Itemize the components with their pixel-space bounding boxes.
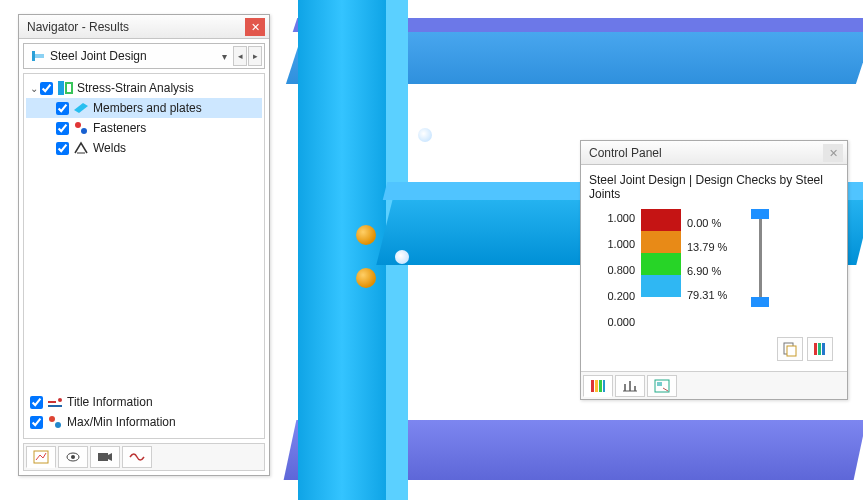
tab-results[interactable] <box>26 446 56 468</box>
legend: 1.000 1.000 0.800 0.200 0.000 0.00 % 13.… <box>589 209 839 331</box>
plate-icon <box>73 100 89 116</box>
svg-rect-20 <box>603 380 605 392</box>
slider-handle-max[interactable] <box>751 209 769 219</box>
percent-label: 79.31 % <box>687 289 741 307</box>
tree-label: Welds <box>93 141 126 155</box>
tick-label: 0.000 <box>589 313 635 331</box>
joint-icon <box>30 48 46 64</box>
bolt <box>356 268 376 288</box>
svg-rect-16 <box>822 343 825 355</box>
legend-swatch <box>641 209 681 231</box>
tab-color-scale[interactable] <box>583 375 613 397</box>
tab-deformation[interactable] <box>122 446 152 468</box>
tree-item-members-plates[interactable]: Members and plates <box>26 98 262 118</box>
percent-label: 6.90 % <box>687 265 741 283</box>
maxmin-icon <box>47 414 63 430</box>
bolt <box>356 225 376 245</box>
svg-point-4 <box>81 128 87 134</box>
navigator-tree: ⌄ Stress-Strain Analysis Members and pla… <box>23 73 265 439</box>
svg-point-6 <box>49 416 55 422</box>
control-title: Control Panel <box>589 146 662 160</box>
legend-swatches <box>641 209 681 297</box>
svg-rect-0 <box>32 51 35 61</box>
legend-swatch <box>641 275 681 297</box>
chevron-down-icon[interactable]: ▾ <box>216 51 232 62</box>
analysis-icon <box>57 80 73 96</box>
tree-label: Fasteners <box>93 121 146 135</box>
svg-rect-15 <box>818 343 821 355</box>
title-info-icon <box>47 394 63 410</box>
tab-camera[interactable] <box>90 446 120 468</box>
copy-legend-button[interactable] <box>777 337 803 361</box>
tab-filter[interactable] <box>647 375 677 397</box>
navigator-titlebar[interactable]: Navigator - Results ✕ <box>19 15 269 39</box>
slider-track <box>759 213 762 305</box>
tree-label: Stress-Strain Analysis <box>77 81 194 95</box>
svg-rect-1 <box>35 54 44 58</box>
option-checkbox[interactable] <box>30 396 43 409</box>
tree-item-root[interactable]: ⌄ Stress-Strain Analysis <box>26 78 262 98</box>
control-panel: Control Panel ✕ Steel Joint Design | Des… <box>580 140 848 400</box>
control-titlebar[interactable]: Control Panel ✕ <box>581 141 847 165</box>
control-subtitle: Steel Joint Design | Design Checks by St… <box>589 171 839 209</box>
svg-rect-18 <box>595 380 598 392</box>
svg-rect-11 <box>98 453 108 461</box>
navigator-title: Navigator - Results <box>27 20 129 34</box>
tree-checkbox[interactable] <box>56 102 69 115</box>
svg-rect-2 <box>58 81 64 95</box>
navigator-panel: Navigator - Results ✕ Steel Joint Design… <box>18 14 270 476</box>
fasteners-icon <box>73 120 89 136</box>
tick-label: 0.200 <box>589 287 635 305</box>
legend-ticks: 1.000 1.000 0.800 0.200 0.000 <box>589 209 635 331</box>
option-title-info[interactable]: Title Information <box>30 392 258 412</box>
svg-rect-22 <box>657 382 662 386</box>
tree-item-fasteners[interactable]: Fasteners <box>26 118 262 138</box>
svg-rect-8 <box>34 451 48 463</box>
option-checkbox[interactable] <box>30 416 43 429</box>
column <box>298 0 386 500</box>
slider-handle-min[interactable] <box>751 297 769 307</box>
tree-label: Members and plates <box>93 101 202 115</box>
close-icon[interactable]: ✕ <box>245 18 265 36</box>
prev-button[interactable]: ◂ <box>233 46 247 66</box>
option-label: Title Information <box>67 395 153 409</box>
hole <box>395 250 409 264</box>
tick-label: 1.000 <box>589 235 635 253</box>
next-button[interactable]: ▸ <box>248 46 262 66</box>
tree-item-welds[interactable]: Welds <box>26 138 262 158</box>
svg-point-10 <box>71 455 75 459</box>
caret-down-icon[interactable]: ⌄ <box>28 83 40 94</box>
navigator-dropdown-label: Steel Joint Design <box>50 49 147 63</box>
close-icon[interactable]: ✕ <box>823 144 843 162</box>
legend-percents: 0.00 % 13.79 % 6.90 % 79.31 % <box>687 209 741 307</box>
weld-icon <box>73 140 89 156</box>
tick-label: 0.800 <box>589 261 635 279</box>
svg-point-3 <box>75 122 81 128</box>
tick-label: 1.000 <box>589 209 635 227</box>
svg-rect-19 <box>599 380 602 392</box>
legend-swatch <box>641 231 681 253</box>
hole <box>418 128 432 142</box>
tree-checkbox[interactable] <box>56 142 69 155</box>
svg-point-5 <box>58 398 62 402</box>
option-maxmin-info[interactable]: Max/Min Information <box>30 412 258 432</box>
svg-rect-13 <box>787 346 796 356</box>
range-slider[interactable] <box>747 209 775 309</box>
tab-visibility[interactable] <box>58 446 88 468</box>
tab-factors[interactable] <box>615 375 645 397</box>
tree-checkbox[interactable] <box>40 82 53 95</box>
svg-point-7 <box>55 422 61 428</box>
svg-rect-17 <box>591 380 594 392</box>
svg-rect-14 <box>814 343 817 355</box>
navigator-type-dropdown[interactable]: Steel Joint Design ▾ ◂ ▸ <box>23 43 265 69</box>
percent-label: 13.79 % <box>687 241 741 259</box>
tree-checkbox[interactable] <box>56 122 69 135</box>
navigator-tabs <box>23 443 265 471</box>
edit-colors-button[interactable] <box>807 337 833 361</box>
legend-swatch <box>641 253 681 275</box>
percent-label: 0.00 % <box>687 217 741 235</box>
control-tabs <box>581 371 847 399</box>
option-label: Max/Min Information <box>67 415 176 429</box>
